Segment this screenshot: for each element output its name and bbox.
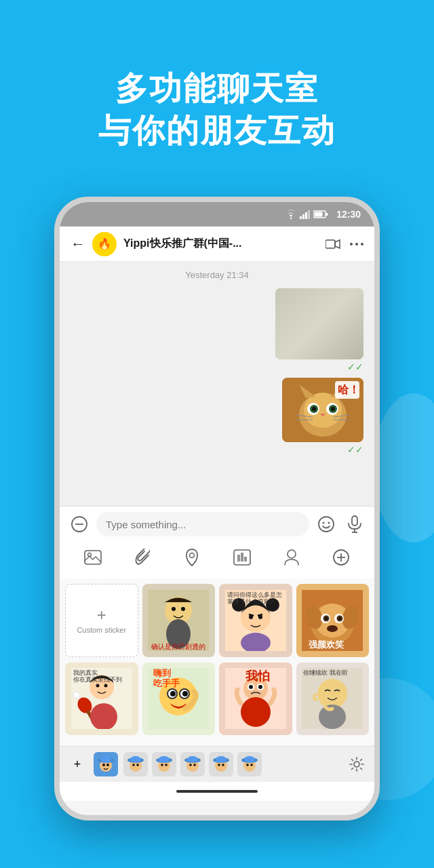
sticker-grid-row1: + Custom sticker 确认是自己剧透的 xyxy=(65,584,369,657)
active-emoji-set[interactable] xyxy=(94,752,118,776)
svg-point-127 xyxy=(136,764,139,766)
settings-button[interactable] xyxy=(346,753,368,775)
gear-icon xyxy=(349,757,364,772)
svg-text:哈！: 哈！ xyxy=(338,384,359,395)
emoji-thumb-2[interactable] xyxy=(152,752,176,776)
svg-text:我的真实: 我的真实 xyxy=(73,669,98,676)
sticker-cell-1[interactable]: 确认是自己剧透的 xyxy=(142,584,216,657)
back-button[interactable]: ← xyxy=(71,235,85,253)
sticker-cell-girl2[interactable]: 我的真实 你在真实里找不到 xyxy=(65,663,138,736)
svg-point-18 xyxy=(328,308,332,312)
sticker-dog-svg: 强颜欢笑 xyxy=(302,590,363,651)
emoji-thumb-4-svg xyxy=(212,755,231,774)
emoji-thumb-1[interactable] xyxy=(123,752,148,776)
svg-point-122 xyxy=(106,764,109,766)
svg-point-112 xyxy=(241,697,271,727)
contact-button[interactable] xyxy=(279,545,304,570)
sticker-girl2-svg: 我的真实 你在真实里找不到 xyxy=(71,668,132,729)
more-icon[interactable] xyxy=(350,239,363,250)
group-avatar: 🔥 xyxy=(92,232,117,256)
svg-text:你继续吹 我在听: 你继续吹 我在听 xyxy=(303,669,348,676)
emoji-thumb-list xyxy=(123,752,340,776)
svg-rect-53 xyxy=(244,557,247,561)
sticker-grid-row2: 我的真实 你在真实里找不到 xyxy=(65,663,369,736)
svg-text:关爱智障 从你我做起: 关爱智障 从你我做起 xyxy=(279,348,348,356)
message-input[interactable] xyxy=(96,512,309,536)
emoji-toggle-button[interactable] xyxy=(68,513,91,536)
chat-title: Yippi快乐推广群(中国-... xyxy=(123,237,319,251)
svg-point-90 xyxy=(96,684,99,688)
hero-line2: 与你的朋友互动 xyxy=(0,110,434,152)
video-call-icon[interactable] xyxy=(326,239,340,250)
sticker-keep-talking-svg: 你继续吹 我在听 xyxy=(302,668,363,729)
sticker-image-2: 哈！ xyxy=(282,378,363,442)
svg-point-70 xyxy=(249,615,253,619)
svg-point-86 xyxy=(327,625,338,632)
attach-button[interactable] xyxy=(130,545,155,570)
svg-point-121 xyxy=(102,764,105,766)
emoji-thumb-5[interactable] xyxy=(237,752,262,776)
svg-point-136 xyxy=(189,764,192,766)
sticker-meme1-svg: 确认是自己剧透的 xyxy=(148,590,209,651)
svg-point-130 xyxy=(159,756,170,763)
svg-point-103 xyxy=(182,691,188,696)
sticker-cell-2[interactable]: 请问你得这么多是怎 掌握了什么原则? xyxy=(219,584,292,657)
add-custom-sticker[interactable]: + Custom sticker xyxy=(65,584,138,657)
svg-point-145 xyxy=(244,756,255,763)
add-emoji-button[interactable]: + xyxy=(66,753,88,775)
svg-point-120 xyxy=(100,756,111,763)
emoji-thumb-3-svg xyxy=(183,755,202,774)
svg-rect-3 xyxy=(305,212,307,219)
bg-decoration-right xyxy=(373,393,434,542)
svg-point-9 xyxy=(350,243,353,245)
svg-text:我怕: 我怕 xyxy=(245,669,270,683)
svg-point-31 xyxy=(331,407,335,411)
image-icon xyxy=(84,549,102,566)
more-tools-button[interactable] xyxy=(328,545,354,570)
hero-title: 多功能聊天室 与你的朋友互动 xyxy=(0,68,434,153)
poll-button[interactable] xyxy=(229,545,255,570)
emoji-thumb-3[interactable] xyxy=(180,752,205,776)
minus-circle-icon xyxy=(71,515,88,533)
mic-button[interactable] xyxy=(343,513,366,536)
svg-rect-6 xyxy=(326,213,328,216)
svg-point-19 xyxy=(334,308,338,312)
svg-point-137 xyxy=(193,764,196,766)
meme-sticker-1-svg: 关爱智障 从你我做起 xyxy=(275,288,363,359)
status-icons xyxy=(285,210,328,219)
svg-point-102 xyxy=(170,691,176,696)
svg-rect-4 xyxy=(308,210,310,219)
wifi-icon xyxy=(285,210,297,219)
sticker-cell-eat-hand[interactable]: 嗨到 吃手手 xyxy=(142,663,216,736)
input-area xyxy=(60,506,374,578)
sticker-cell-dog[interactable]: 强颜欢笑 xyxy=(296,584,370,657)
svg-text:你在真实里找不到: 你在真实里找不到 xyxy=(73,676,122,683)
svg-point-131 xyxy=(161,764,163,766)
svg-rect-17 xyxy=(296,307,316,322)
svg-point-30 xyxy=(312,407,316,411)
emoji-thumb-4[interactable] xyxy=(209,752,233,776)
location-button[interactable] xyxy=(179,545,205,570)
battery-icon xyxy=(313,210,328,218)
input-row xyxy=(68,512,366,536)
svg-point-49 xyxy=(190,553,195,558)
svg-text:确认是自己剧透的: 确认是自己剧透的 xyxy=(151,643,205,650)
location-icon xyxy=(185,549,199,566)
svg-rect-44 xyxy=(352,516,357,526)
plus-circle-icon xyxy=(332,549,350,566)
nav-bar: ← 🔥 Yippi快乐推广群(中国-... xyxy=(60,226,374,262)
sticker-cell-scared[interactable]: 我怕 xyxy=(219,663,292,736)
svg-text:强颜欢笑: 强颜欢笑 xyxy=(309,639,344,650)
image-button[interactable] xyxy=(80,545,106,570)
svg-point-146 xyxy=(246,764,249,766)
sticker-cell-keep-talking[interactable]: 你继续吹 我在听 xyxy=(296,663,370,736)
svg-rect-51 xyxy=(237,555,240,561)
svg-point-126 xyxy=(132,764,135,766)
svg-rect-12 xyxy=(275,288,363,359)
svg-text:请问你得这么多是怎: 请问你得这么多是怎 xyxy=(227,591,282,598)
svg-point-84 xyxy=(325,617,328,620)
svg-point-111 xyxy=(258,685,262,689)
smile-button[interactable] xyxy=(315,513,338,536)
svg-point-148 xyxy=(354,762,359,767)
custom-sticker-label: Custom sticker xyxy=(77,626,126,634)
